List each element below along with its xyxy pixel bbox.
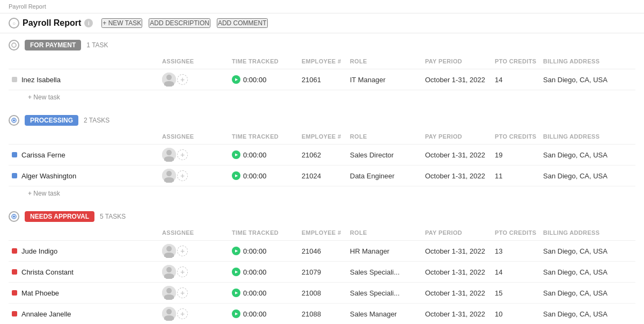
time-tracked-value: 0:00:00 xyxy=(243,151,266,159)
task-name[interactable]: Alger Washington xyxy=(21,172,76,180)
time-tracked-cell[interactable]: 0:00:00 xyxy=(229,286,298,299)
table-row[interactable]: Christa Constant +0:00:0021079Sales Spec… xyxy=(9,262,635,283)
section-toggle-for-payment[interactable] xyxy=(9,40,19,51)
col-header-2: TIME TRACKED xyxy=(229,131,298,142)
col-header-5: PAY PERIOD xyxy=(422,56,492,67)
task-status-dot xyxy=(12,152,17,157)
pto-credits-cell: 14 xyxy=(492,266,540,278)
time-play-icon[interactable] xyxy=(232,150,240,159)
time-tracked-value: 0:00:00 xyxy=(243,268,266,276)
time-play-icon[interactable] xyxy=(232,171,240,180)
add-assignee-icon[interactable]: + xyxy=(177,149,188,160)
time-tracked-cell[interactable]: 0:00:00 xyxy=(229,307,298,320)
add-description-button[interactable]: ADD DESCRIPTION xyxy=(149,18,210,28)
add-assignee-icon[interactable]: + xyxy=(177,74,188,85)
section-task-count-for-payment: 1 TASK xyxy=(86,41,108,49)
role-cell: Sales Director xyxy=(347,149,422,161)
assignee-cell[interactable]: + xyxy=(159,305,229,323)
avatar[interactable] xyxy=(162,169,176,183)
table-row[interactable]: Annalee Janelle +0:00:0021088Sales Manag… xyxy=(9,304,635,324)
assignee-cell[interactable]: + xyxy=(159,263,229,281)
pay-period-cell: October 1-31, 2022 xyxy=(422,149,492,161)
avatar[interactable] xyxy=(162,73,176,87)
time-tracked-value: 0:00:00 xyxy=(243,76,266,84)
status-circle-icon[interactable]: ○ xyxy=(9,18,19,28)
pay-period-cell: October 1-31, 2022 xyxy=(422,266,492,278)
add-assignee-icon[interactable]: + xyxy=(177,308,188,319)
task-name-cell: Christa Constant xyxy=(9,266,159,278)
time-play-icon[interactable] xyxy=(232,309,240,318)
add-comment-button[interactable]: ADD COMMENT xyxy=(217,18,268,28)
add-assignee-icon[interactable]: + xyxy=(177,246,188,256)
svg-point-23 xyxy=(162,307,176,321)
task-name-cell: Carissa Ferne xyxy=(9,149,159,161)
new-task-link[interactable]: + New task xyxy=(9,186,635,200)
table-row[interactable]: Carissa Ferne +0:00:0021062Sales Directo… xyxy=(9,145,635,165)
add-assignee-icon[interactable]: + xyxy=(177,287,188,298)
time-play-icon[interactable] xyxy=(232,247,240,255)
new-task-link[interactable]: + New task xyxy=(9,90,635,104)
assignee-cell[interactable]: + xyxy=(159,146,229,164)
time-tracked-value: 0:00:00 xyxy=(243,289,266,297)
svg-point-13 xyxy=(13,215,15,218)
pay-period-cell: October 1-31, 2022 xyxy=(422,74,492,86)
table-row[interactable]: Inez Isabella +0:00:0021061IT ManagerOct… xyxy=(9,69,635,90)
task-name[interactable]: Annalee Janelle xyxy=(21,310,71,318)
table-row[interactable]: Jude Indigo +0:00:0021046HR ManagerOctob… xyxy=(9,241,635,262)
assignee-cell[interactable]: + xyxy=(159,242,229,260)
role-cell: HR Manager xyxy=(347,245,422,257)
table-row[interactable]: Alger Washington +0:00:0021024Data Engin… xyxy=(9,165,635,186)
info-icon[interactable]: i xyxy=(84,19,93,27)
col-header-1: ASSIGNEE xyxy=(159,131,229,142)
task-name[interactable]: Inez Isabella xyxy=(21,76,61,84)
avatar[interactable] xyxy=(162,286,176,300)
role-cell: Data Engineer xyxy=(347,170,422,182)
section-toggle-needs-approval[interactable] xyxy=(9,211,19,222)
svg-point-2 xyxy=(167,76,171,80)
assignee-cell[interactable]: + xyxy=(159,70,229,89)
svg-point-22 xyxy=(165,295,173,300)
time-tracked-cell[interactable]: 0:00:00 xyxy=(229,244,298,257)
time-tracked-cell[interactable]: 0:00:00 xyxy=(229,169,298,182)
svg-point-25 xyxy=(165,316,173,321)
avatar[interactable] xyxy=(162,148,176,162)
section-toggle-processing[interactable] xyxy=(9,115,19,126)
assignee-cell[interactable]: + xyxy=(159,167,229,185)
pto-credits-cell: 15 xyxy=(492,287,540,299)
section-header-processing: PROCESSING2 TASKS xyxy=(9,109,635,129)
task-status-dot xyxy=(12,248,17,254)
time-tracked-cell[interactable]: 0:00:00 xyxy=(229,148,298,161)
time-tracked-cell[interactable]: 0:00:00 xyxy=(229,73,298,86)
col-header-6: PTO CREDITS xyxy=(492,131,540,142)
avatar[interactable] xyxy=(162,307,176,321)
table-row[interactable]: Mat Phoebe +0:00:0021008Sales Speciali..… xyxy=(9,283,635,304)
avatar[interactable] xyxy=(162,244,176,258)
task-name[interactable]: Carissa Ferne xyxy=(21,151,65,159)
section-for-payment: FOR PAYMENT1 TASKASSIGNEETIME TRACKEDEMP… xyxy=(9,33,635,104)
time-tracked-cell[interactable]: 0:00:00 xyxy=(229,265,298,278)
assignee-cell[interactable]: + xyxy=(159,284,229,302)
add-assignee-icon[interactable]: + xyxy=(177,170,188,181)
billing-address-cell: San Diego, CA, USA xyxy=(540,149,635,161)
task-status-dot xyxy=(12,269,17,275)
new-task-button[interactable]: + NEW TASK xyxy=(101,18,142,28)
employee-number-cell: 21061 xyxy=(298,74,347,86)
col-header-3: EMPLOYEE # xyxy=(298,56,347,67)
avatar[interactable] xyxy=(162,265,176,279)
section-badge-for-payment[interactable]: FOR PAYMENT xyxy=(25,40,81,51)
add-assignee-icon[interactable]: + xyxy=(177,267,188,277)
task-name[interactable]: Mat Phoebe xyxy=(21,289,59,297)
section-badge-processing[interactable]: PROCESSING xyxy=(25,115,78,126)
svg-point-8 xyxy=(165,157,173,162)
svg-point-15 xyxy=(167,247,171,251)
task-name[interactable]: Christa Constant xyxy=(21,268,74,276)
time-play-icon[interactable] xyxy=(232,268,240,276)
time-play-icon[interactable] xyxy=(232,75,240,84)
billing-address-cell: San Diego, CA, USA xyxy=(540,266,635,278)
task-name[interactable]: Jude Indigo xyxy=(21,247,57,255)
time-play-icon[interactable] xyxy=(232,289,240,297)
svg-point-3 xyxy=(165,82,173,87)
section-badge-needs-approval[interactable]: NEEDS APPROVAL xyxy=(25,211,94,222)
pay-period-cell: October 1-31, 2022 xyxy=(422,287,492,299)
employee-number-cell: 21079 xyxy=(298,266,347,278)
